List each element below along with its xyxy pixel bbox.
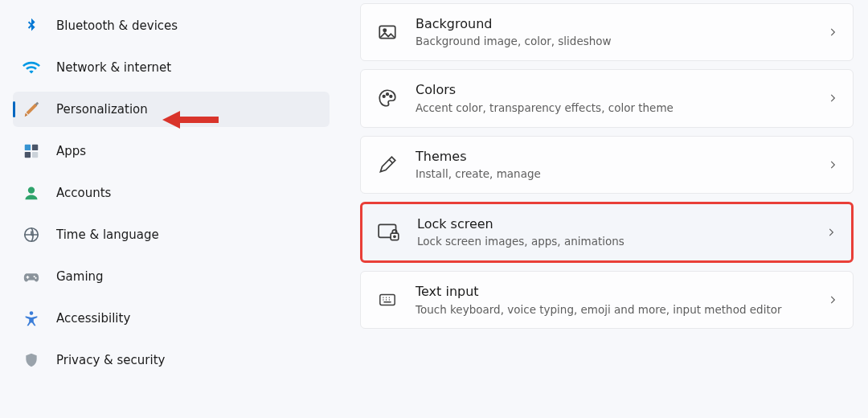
sidebar-item-privacy[interactable]: Privacy & security	[13, 342, 330, 378]
svg-point-11	[383, 96, 385, 98]
sidebar-item-label: Apps	[56, 144, 86, 158]
sidebar-item-network[interactable]: Network & internet	[13, 50, 330, 85]
card-title: Lock screen	[417, 215, 825, 233]
svg-point-6	[34, 276, 35, 277]
sidebar-item-gaming[interactable]: Gaming	[13, 259, 330, 294]
svg-point-8	[30, 311, 34, 315]
svg-rect-0	[25, 145, 31, 150]
apps-icon	[23, 142, 40, 160]
gamepad-icon	[23, 268, 40, 285]
card-body: Text input Touch keyboard, voice typing,…	[416, 283, 827, 317]
chevron-right-icon	[825, 227, 837, 238]
wifi-icon	[23, 59, 40, 76]
card-title: Background	[416, 15, 827, 33]
card-background[interactable]: Background Background image, color, slid…	[360, 3, 854, 61]
bluetooth-icon	[23, 17, 40, 35]
card-subtitle: Background image, color, slideshow	[416, 34, 827, 49]
accessibility-icon	[23, 309, 40, 327]
sidebar-item-personalization[interactable]: Personalization	[13, 92, 330, 127]
lockscreen-icon	[377, 220, 401, 244]
svg-rect-17	[380, 295, 395, 305]
sidebar-item-label: Accessibility	[56, 311, 130, 326]
sidebar-item-bluetooth[interactable]: Bluetooth & devices	[13, 8, 330, 43]
svg-point-16	[394, 236, 395, 237]
sidebar-item-label: Personalization	[56, 102, 148, 117]
paintbrush-icon	[23, 100, 40, 118]
svg-point-13	[390, 96, 392, 98]
sidebar-item-label: Privacy & security	[56, 353, 165, 367]
main-panel: groovyPost.com Background Background ima…	[336, 0, 868, 418]
card-themes[interactable]: Themes Install, create, manage	[360, 136, 854, 194]
svg-point-4	[28, 187, 35, 194]
sidebar-item-time-language[interactable]: Time & language	[13, 217, 330, 252]
card-title: Colors	[416, 81, 827, 99]
sidebar-item-label: Accounts	[56, 186, 111, 200]
palette-icon	[375, 86, 399, 110]
card-body: Lock screen Lock screen images, apps, an…	[417, 215, 825, 249]
chevron-right-icon	[827, 294, 838, 305]
svg-rect-2	[25, 152, 31, 158]
sidebar-item-label: Network & internet	[56, 60, 171, 75]
card-body: Background Background image, color, slid…	[416, 15, 827, 49]
sidebar-item-apps[interactable]: Apps	[13, 133, 330, 169]
card-subtitle: Install, create, manage	[416, 166, 827, 182]
card-subtitle: Accent color, transparency effects, colo…	[416, 100, 827, 116]
card-title: Themes	[416, 148, 827, 166]
image-icon	[375, 20, 399, 44]
chevron-right-icon	[827, 92, 838, 104]
card-lock-screen[interactable]: Lock screen Lock screen images, apps, an…	[360, 202, 854, 263]
person-icon	[23, 184, 40, 202]
sidebar-item-accounts[interactable]: Accounts	[13, 175, 330, 211]
sidebar-item-label: Time & language	[56, 227, 159, 242]
keyboard-icon	[375, 288, 399, 312]
svg-point-10	[383, 29, 386, 31]
svg-point-7	[35, 277, 36, 279]
pen-icon	[375, 153, 399, 177]
card-colors[interactable]: Colors Accent color, transparency effect…	[360, 69, 854, 127]
card-text-input[interactable]: Text input Touch keyboard, voice typing,…	[360, 271, 854, 329]
svg-point-12	[387, 93, 389, 96]
chevron-right-icon	[827, 27, 838, 38]
svg-rect-1	[32, 145, 38, 150]
sidebar-item-accessibility[interactable]: Accessibility	[13, 301, 330, 336]
shield-icon	[23, 351, 40, 369]
chevron-right-icon	[827, 159, 838, 170]
svg-rect-3	[32, 152, 38, 158]
clock-globe-icon	[23, 226, 40, 244]
card-title: Text input	[416, 283, 827, 301]
sidebar-item-label: Gaming	[56, 269, 104, 284]
card-body: Themes Install, create, manage	[416, 148, 827, 182]
card-subtitle: Lock screen images, apps, animations	[417, 234, 825, 249]
card-subtitle: Touch keyboard, voice typing, emoji and …	[416, 302, 827, 318]
card-body: Colors Accent color, transparency effect…	[416, 81, 827, 115]
sidebar: Bluetooth & devices Network & internet P…	[0, 0, 336, 418]
sidebar-item-label: Bluetooth & devices	[56, 18, 178, 33]
